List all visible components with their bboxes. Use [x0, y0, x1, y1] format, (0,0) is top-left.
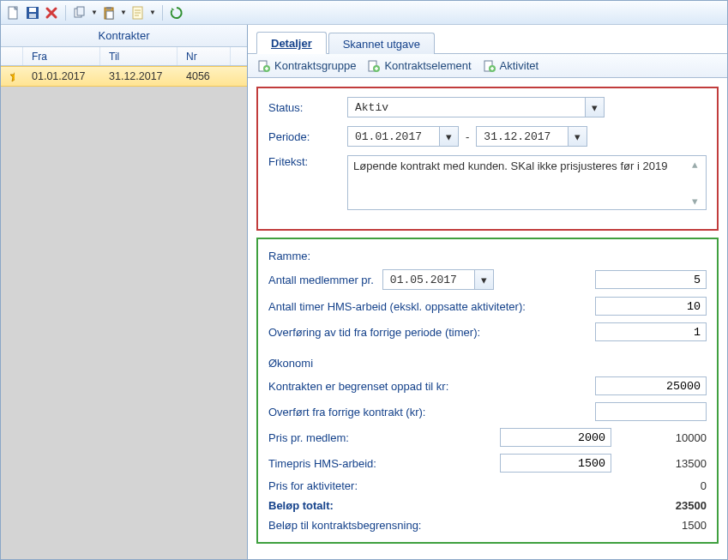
antall-medlemmer-input[interactable] [595, 270, 707, 289]
contracts-panel: Kontrakter Fra Til Nr 01.01.2017 31.12.2… [1, 25, 248, 559]
kontraktselement-button[interactable]: Kontraktselement [368, 59, 471, 72]
status-value: Aktiv [348, 101, 585, 114]
antall-medlemmer-date[interactable]: 01.05.2017 ▾ [382, 269, 494, 290]
svg-rect-7 [106, 7, 111, 9]
chevron-down-icon[interactable]: ▾ [439, 127, 458, 146]
antall-medlemmer-date-value: 01.05.2017 [383, 274, 474, 286]
detail-ribbon: Kontraktsgruppe Kontraktselement Aktivit… [248, 54, 727, 78]
svg-rect-3 [29, 14, 36, 18]
toolbar-separator [162, 5, 163, 21]
timepris-total: 13500 [620, 457, 707, 470]
refresh-icon[interactable] [169, 5, 184, 21]
doc-plus-icon [368, 60, 380, 72]
status-label: Status: [268, 101, 340, 114]
paste-icon[interactable] [101, 5, 117, 21]
pris-medlem-total: 10000 [620, 431, 707, 444]
periode-til-value: 31.12.2017 [477, 130, 568, 143]
tab-detaljer[interactable]: Detaljer [256, 32, 327, 54]
copy-dropdown-icon[interactable]: ▼ [91, 5, 98, 21]
svg-rect-5 [77, 7, 84, 15]
overfort-input[interactable] [595, 402, 707, 421]
begrenset-input[interactable] [595, 376, 707, 395]
paste-dropdown-icon[interactable]: ▼ [120, 5, 127, 21]
column-header-nr[interactable]: Nr [177, 47, 231, 65]
hms-timer-input[interactable] [595, 297, 707, 316]
totalt-value: 23500 [595, 499, 707, 512]
tilbegrensning-label: Beløp til kontraktsbegrensning: [268, 519, 587, 532]
kontraktsgruppe-label: Kontraktsgruppe [274, 59, 356, 72]
timepris-label: Timepris HMS-arbeid: [268, 457, 491, 470]
totalt-label: Beløp totalt: [268, 499, 587, 512]
fritekst-label: Fritekst: [268, 155, 340, 168]
ramme-heading: Ramme: [268, 250, 707, 262]
doc-plus-icon [258, 60, 270, 72]
column-header-fra[interactable]: Fra [23, 47, 100, 65]
toolbar-separator [65, 5, 66, 21]
cell-til: 31.12.2017 [100, 70, 177, 82]
toolbar: ▼ ▼ ▼ [1, 1, 727, 25]
column-header-star[interactable] [1, 47, 23, 65]
delete-icon[interactable] [44, 5, 59, 21]
note-dropdown-icon[interactable]: ▼ [149, 5, 156, 21]
cell-fra: 01.01.2017 [23, 70, 100, 82]
contracts-panel-title: Kontrakter [1, 25, 247, 47]
cell-nr: 4056 [177, 70, 231, 82]
contracts-grid-body: 01.01.2017 31.12.2017 4056 [1, 66, 247, 559]
tilbegrensning-value: 1500 [595, 519, 707, 532]
overfort-label: Overført fra forrige kontrakt (kr): [268, 406, 587, 418]
periode-til-input[interactable]: 31.12.2017 ▾ [476, 126, 587, 147]
star-icon [1, 70, 23, 82]
timepris-input[interactable] [500, 454, 611, 473]
periode-label: Periode: [268, 130, 340, 143]
kontraktselement-label: Kontraktselement [384, 59, 471, 72]
tab-bar: Detaljer Skannet utgave [248, 30, 727, 54]
antall-medlemmer-label: Antall medlemmer pr. [268, 274, 374, 286]
detail-panel: Detaljer Skannet utgave Kontraktsgruppe … [248, 25, 727, 559]
pris-medlem-input[interactable] [500, 428, 611, 447]
status-select[interactable]: Aktiv ▾ [347, 97, 605, 117]
aktiviteter-total: 0 [595, 479, 707, 492]
note-icon[interactable] [130, 5, 146, 21]
aktivitet-button[interactable]: Aktivitet [484, 59, 539, 72]
fritekst-value: Løpende kontrakt med kunden. SKal ikke p… [353, 160, 667, 172]
overforing-label: Overføring av tid fra forrige periode (t… [268, 326, 587, 339]
status-panel: Status: Aktiv ▾ Periode: 01.01.2017 ▾ - [256, 87, 719, 231]
chevron-down-icon[interactable]: ▾ [585, 98, 604, 117]
contracts-grid-header: Fra Til Nr [1, 47, 247, 66]
svg-rect-8 [106, 11, 113, 19]
scrollbar[interactable]: ▴▾ [692, 158, 704, 208]
chevron-down-icon[interactable]: ▾ [568, 127, 587, 146]
hms-timer-label: Antall timer HMS-arbeid (ekskl. oppsatte… [268, 300, 587, 313]
table-row[interactable]: 01.01.2017 31.12.2017 4056 [1, 66, 247, 87]
kontraktsgruppe-button[interactable]: Kontraktsgruppe [258, 59, 356, 72]
ramme-okonomi-panel: Ramme: Antall medlemmer pr. 01.05.2017 ▾… [256, 238, 719, 544]
period-separator: - [466, 130, 469, 143]
tab-skannet[interactable]: Skannet utgave [328, 33, 435, 54]
pris-medlem-label: Pris pr. medlem: [268, 431, 491, 444]
overforing-input[interactable] [595, 322, 707, 341]
chevron-down-icon[interactable]: ▾ [474, 270, 493, 289]
begrenset-label: Kontrakten er begrenset oppad til kr: [268, 380, 587, 393]
aktivitet-label: Aktivitet [500, 59, 539, 72]
svg-rect-2 [29, 8, 36, 12]
periode-fra-value: 01.01.2017 [348, 130, 439, 143]
fritekst-textarea[interactable]: Løpende kontrakt med kunden. SKal ikke p… [347, 155, 707, 210]
okonomi-heading: Økonomi [268, 357, 707, 370]
svg-marker-10 [10, 71, 15, 81]
new-icon[interactable] [6, 5, 21, 21]
column-header-til[interactable]: Til [100, 47, 177, 65]
aktiviteter-label: Pris for aktiviteter: [268, 479, 587, 492]
save-icon[interactable] [25, 5, 40, 21]
periode-fra-input[interactable]: 01.01.2017 ▾ [347, 126, 459, 147]
copy-icon[interactable] [72, 5, 87, 21]
doc-plus-icon [484, 60, 496, 72]
